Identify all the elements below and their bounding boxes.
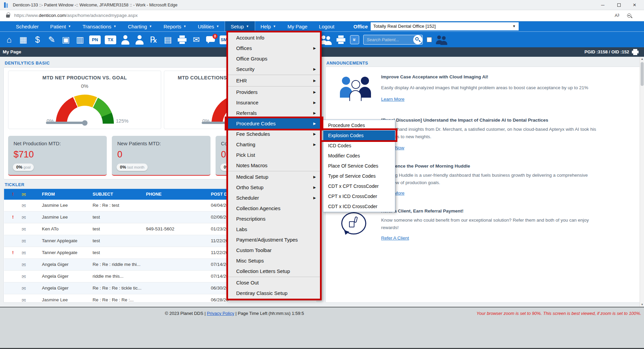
setup-menu-item[interactable]: Notes Macros	[228, 160, 320, 171]
setup-menu-item[interactable]: Procedure Codes ▶	[228, 118, 320, 129]
submenu-item[interactable]: CDT x ICD CrossCoder	[323, 201, 395, 211]
perio-chart-icon[interactable]: ▥	[75, 34, 85, 46]
nav-item[interactable]: Utilities▼	[192, 21, 225, 31]
urgent-icon: !	[12, 215, 14, 220]
submenu-item[interactable]: Type of Service Codes	[323, 171, 395, 181]
submenu-item[interactable]: Procedure Codes	[323, 120, 395, 130]
close-button[interactable]: ×	[627, 0, 642, 10]
pn-schedule-icon[interactable]: PN	[89, 35, 101, 44]
setup-menu-item[interactable]: Providers ▶	[228, 87, 320, 97]
stat-card-new-patients: New Patients MTD: 0 0% last month	[112, 136, 210, 176]
charting-edit-icon[interactable]: ✎	[47, 34, 57, 46]
office-label: Office	[353, 24, 368, 29]
submenu-item[interactable]: ICD Codes	[323, 141, 395, 151]
transactions-dollar-icon[interactable]: $	[32, 34, 43, 46]
scheduler-calendar-icon[interactable]: ▦	[18, 34, 28, 46]
denticon-app-window: Denticon-133 ::- Patient Window -:: Welc…	[0, 0, 644, 349]
setup-menu-item[interactable]: Medical Setup ▶	[228, 172, 320, 182]
minimize-button[interactable]: ─	[595, 0, 610, 10]
ledger-icon[interactable]: ▤	[163, 34, 173, 46]
announcement-link[interactable]: Refer A Client	[381, 235, 409, 241]
browser-address-bar[interactable]: https://www.denticon.com/aspx/home/advan…	[0, 10, 644, 21]
submenu-item[interactable]: CPT x ICD CrossCoder	[323, 191, 395, 201]
patients-group-icon[interactable]	[320, 34, 332, 46]
nav-item[interactable]: Charting▼	[122, 21, 158, 31]
tx-plan-icon[interactable]: TX	[105, 35, 116, 44]
search-go-button[interactable]	[413, 35, 422, 44]
urgent-icon: !	[12, 250, 14, 255]
print-page-icon[interactable]	[632, 49, 639, 55]
setup-menu-item[interactable]: Labs	[228, 224, 320, 234]
collapse-toolbar-icon[interactable]: »	[350, 35, 359, 44]
patient-info-icon[interactable]	[134, 34, 145, 46]
patient-group-dark-icon[interactable]	[436, 34, 447, 46]
submenu-item[interactable]: Explosion Codes	[323, 130, 395, 141]
setup-menu-item[interactable]: Charting ▶	[228, 139, 320, 150]
nav-item[interactable]: Setup▼	[225, 21, 255, 31]
home-icon[interactable]: ⌂	[4, 34, 14, 46]
submenu-item[interactable]: CDT x CPT CrossCoder	[323, 181, 395, 191]
add-patient-icon[interactable]	[120, 34, 130, 46]
prescriptions-rx-icon[interactable]: ℞	[149, 34, 159, 46]
nav-item[interactable]: Transactions▼	[77, 21, 122, 31]
setup-menu-item[interactable]: Scheduler ▶	[228, 193, 320, 203]
setup-menu-item[interactable]: Dentiray Classic Setup	[228, 288, 320, 298]
setup-menu-item[interactable]: Insurance ▶	[228, 97, 320, 108]
tickler-from: Tanner Applegate	[42, 250, 77, 255]
envelope-icon: ✉	[22, 250, 26, 256]
submenu-item[interactable]: Modifier Codes	[323, 151, 395, 161]
setup-menu-item[interactable]: Collection Letters Setup	[228, 266, 320, 276]
nav-item[interactable]: Help▼	[255, 21, 282, 31]
tickler-from: Jasmine Lee	[42, 297, 68, 302]
setup-menu-item[interactable]: Offices ▶	[228, 43, 320, 53]
nav-item[interactable]: Logout	[313, 21, 340, 31]
maximize-button[interactable]	[612, 0, 626, 10]
submenu-item[interactable]: Place Of Service Codes	[323, 161, 395, 171]
select-caret-icon: ▼	[513, 22, 516, 30]
stat-pill: 0% goal	[13, 164, 34, 171]
setup-menu-item[interactable]: Prescriptions	[228, 214, 320, 224]
setup-menu-item[interactable]: Close Out	[228, 277, 320, 288]
refer-thumbs-up-icon	[341, 212, 366, 234]
setup-menu-item[interactable]: Pick List	[228, 150, 320, 160]
submenu-arrow-icon: ▶	[313, 129, 316, 139]
announcement-body: Know someone who could benefit from our …	[381, 217, 638, 231]
search-scope-checkbox[interactable]	[427, 37, 432, 42]
nav-item[interactable]: My Page	[282, 21, 313, 31]
search-icon	[415, 37, 419, 41]
content-scrollbar[interactable]: ▲ ▼	[640, 57, 644, 307]
setup-menu-item[interactable]: Office Groups	[228, 53, 320, 64]
setup-menu-item[interactable]: Ortho Setup ▶	[228, 182, 320, 193]
nav-item[interactable]: Patient▼	[45, 21, 77, 31]
nav-item[interactable]: Scheduler	[10, 21, 45, 31]
printer-icon[interactable]	[336, 34, 346, 46]
scroll-down-arrow[interactable]: ▼	[640, 303, 644, 306]
setup-menu-item[interactable]: Fee Schedules ▶	[228, 129, 320, 139]
setup-menu-item[interactable]: Misc Setups	[228, 255, 320, 266]
url-text[interactable]: https://www.denticon.com/aspx/home/advan…	[14, 13, 138, 18]
mail-icon[interactable]: ✉	[191, 34, 201, 46]
chevron-down-icon: ▼	[273, 25, 276, 28]
messages-icon[interactable]	[205, 34, 216, 46]
print-statement-icon[interactable]	[177, 34, 187, 46]
setup-menu-item[interactable]: Collection Agencies	[228, 203, 320, 214]
setup-menu-item[interactable]: Account Info	[228, 32, 320, 43]
page-title-bar: My Page PGID :3158 / OID :152	[0, 47, 644, 57]
nav-item[interactable]: Reports▼	[158, 21, 192, 31]
patient-chart-icon[interactable]: ▣	[61, 34, 71, 46]
tickler-from: Jasmine Lee	[42, 215, 68, 220]
privacy-policy-link[interactable]: Privacy Policy	[207, 311, 234, 316]
scrollbar-thumb[interactable]	[641, 62, 644, 86]
office-select[interactable]: Totally Real Dental Office [152] ▼	[371, 22, 519, 30]
chevron-down-icon: ▼	[113, 25, 116, 28]
setup-menu-item[interactable]: Custom Toolbar	[228, 245, 320, 255]
setup-menu-item[interactable]: EHR ▶	[228, 75, 320, 86]
setup-menu-item[interactable]: Payment/Adjustment Types	[228, 234, 320, 245]
scroll-up-arrow[interactable]: ▲	[640, 57, 644, 60]
read-aloud-icon[interactable]: A))	[615, 13, 619, 18]
announcement-link[interactable]: Learn More	[381, 97, 404, 102]
setup-menu-item[interactable]: Security ▶	[228, 64, 320, 74]
tickler-from: Angela Giger	[42, 285, 69, 291]
zoom-out-icon[interactable]	[627, 14, 631, 18]
setup-menu-item[interactable]: Referrals ▶	[228, 108, 320, 118]
